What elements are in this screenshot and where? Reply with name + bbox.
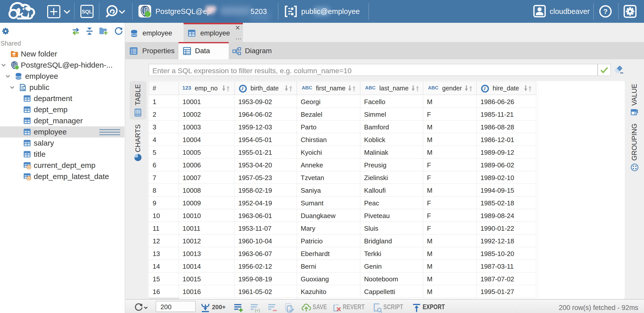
svg-text:SQL: SQL <box>82 9 92 14</box>
svg-text:(+): (+) <box>255 308 260 312</box>
svg-text:?: ? <box>603 8 607 15</box>
